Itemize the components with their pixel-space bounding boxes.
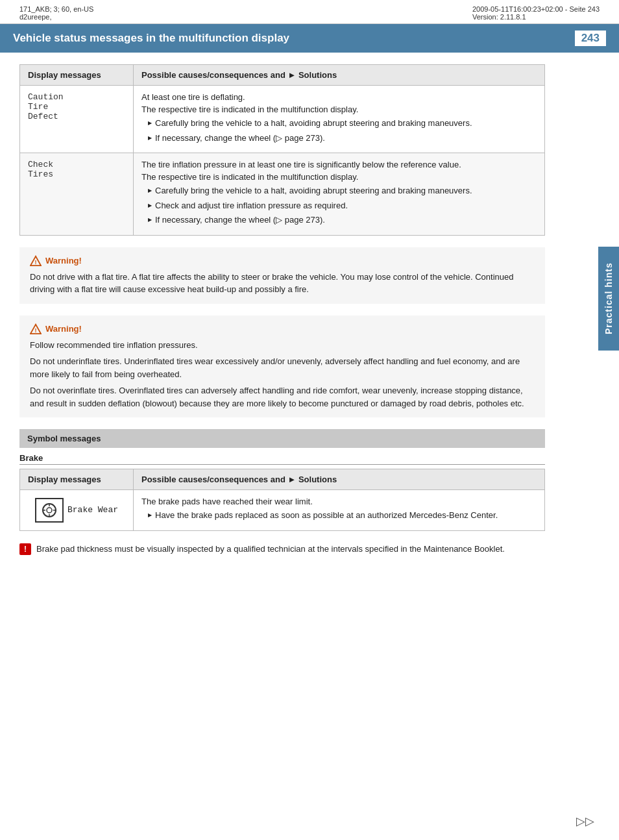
list-item: Carefully bring the vehicle to a halt, a…: [148, 117, 537, 130]
brake-col-header-causes: Possible causes/consequences and ► Solut…: [134, 469, 545, 490]
table-row: Brake Wear The brake pads have reached t…: [20, 490, 545, 531]
meta-right: 2009-05-11T16:00:23+02:00 - Seite 243 Ve…: [472, 5, 600, 21]
causes-check-tires: The tire inflation pressure in at least …: [134, 153, 545, 236]
bottom-nav-arrows: ▷▷: [576, 814, 594, 828]
brake-subsection-label: Brake: [19, 453, 545, 465]
table-row: CautionTireDefect At least one tire is d…: [20, 86, 545, 153]
info-icon: !: [19, 543, 31, 555]
brake-wear-label: Brake Wear: [67, 505, 118, 515]
list-item: Have the brake pads replaced as soon as …: [148, 509, 537, 522]
list-item: If necessary, change the wheel (▷ page 2…: [148, 214, 537, 227]
top-meta: 171_AKB; 3; 60, en-US d2ureepe, 2009-05-…: [0, 0, 619, 24]
causes-caution-tire: At least one tire is deflating. The resp…: [134, 86, 545, 153]
warning-icon-2: !: [30, 323, 42, 335]
display-msg-caution-tire: CautionTireDefect: [20, 86, 134, 153]
col-header-causes: Possible causes/consequences and ► Solut…: [134, 65, 545, 86]
display-msg-check-tires: CheckTires: [20, 153, 134, 236]
list-item: Carefully bring the vehicle to a halt, a…: [148, 184, 537, 197]
symbol-messages-header: Symbol messages: [19, 429, 545, 448]
brake-wear-causes: The brake pads have reached their wear l…: [134, 490, 545, 531]
warning-title-2: ! Warning!: [30, 323, 535, 335]
warning-body-2: Follow recommended tire inflation pressu…: [30, 339, 535, 410]
warning-body-1: Do not drive with a flat tire. A flat ti…: [30, 271, 535, 296]
brake-wear-list: Have the brake pads replaced as soon as …: [141, 509, 537, 522]
main-content: Display messages Possible causes/consequ…: [0, 53, 564, 572]
list-item: If necessary, change the wheel (▷ page 2…: [148, 132, 537, 145]
brake-messages-table: Display messages Possible causes/consequ…: [19, 469, 545, 531]
info-notice-text: Brake pad thickness must be visually ins…: [36, 543, 505, 556]
col-header-display: Display messages: [20, 65, 134, 86]
brake-icon-cell: Brake Wear: [20, 490, 134, 531]
side-tab: Practical hints: [598, 247, 619, 351]
page-number: 243: [575, 31, 606, 46]
svg-text:!: !: [35, 327, 37, 334]
caution-tire-list: Carefully bring the vehicle to a halt, a…: [141, 117, 537, 144]
svg-point-5: [47, 508, 52, 513]
meta-left: 171_AKB; 3; 60, en-US d2ureepe,: [19, 5, 93, 21]
svg-text:!: !: [35, 259, 37, 266]
tire-messages-table: Display messages Possible causes/consequ…: [19, 64, 545, 236]
warning-box-2: ! Warning! Follow recommended tire infla…: [19, 315, 545, 418]
warning-icon-1: !: [30, 255, 42, 267]
warning-title-1: ! Warning!: [30, 255, 535, 267]
table-row: CheckTires The tire inflation pressure i…: [20, 153, 545, 236]
brake-col-header-display: Display messages: [20, 469, 134, 490]
check-tires-list: Carefully bring the vehicle to a halt, a…: [141, 184, 537, 227]
title-bar: Vehicle status messages in the multifunc…: [0, 24, 619, 53]
list-item: Check and adjust tire inflation pressure…: [148, 199, 537, 212]
page-title: Vehicle status messages in the multifunc…: [13, 32, 289, 45]
info-notice: ! Brake pad thickness must be visually i…: [19, 543, 545, 556]
warning-box-1: ! Warning! Do not drive with a flat tire…: [19, 247, 545, 304]
brake-symbol-svg: [40, 501, 59, 519]
brake-wear-icon: [35, 498, 64, 523]
